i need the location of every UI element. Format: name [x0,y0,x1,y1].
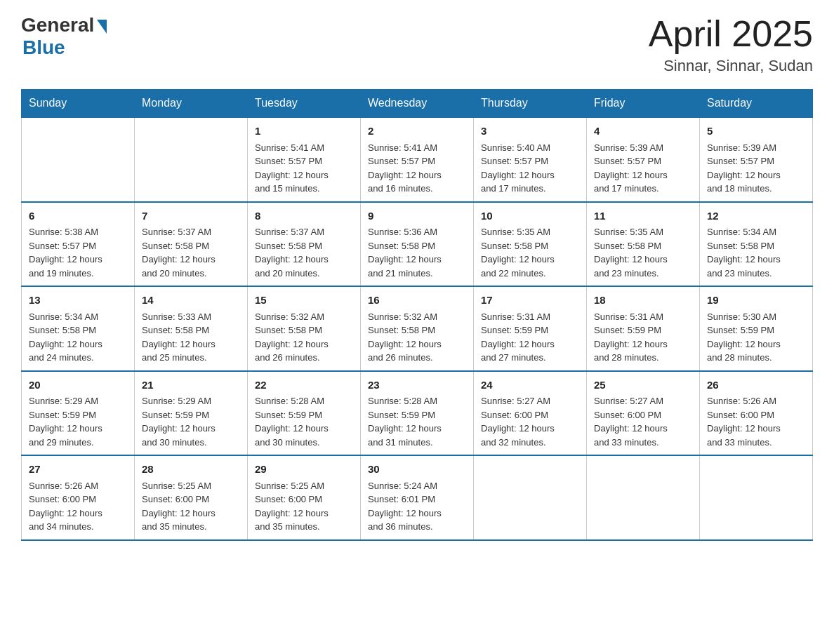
calendar-cell: 17Sunrise: 5:31 AM Sunset: 5:59 PM Dayli… [474,286,587,371]
day-info: Sunrise: 5:41 AM Sunset: 5:57 PM Dayligh… [255,141,353,196]
weekday-header: Sunday [22,90,135,118]
day-info: Sunrise: 5:34 AM Sunset: 5:58 PM Dayligh… [29,310,127,365]
month-title: April 2025 [649,14,813,54]
weekday-header: Friday [587,90,700,118]
day-info: Sunrise: 5:35 AM Sunset: 5:58 PM Dayligh… [481,225,579,280]
calendar-cell [700,455,813,540]
day-info: Sunrise: 5:28 AM Sunset: 5:59 PM Dayligh… [368,394,466,449]
day-info: Sunrise: 5:36 AM Sunset: 5:58 PM Dayligh… [368,225,466,280]
calendar-cell: 7Sunrise: 5:37 AM Sunset: 5:58 PM Daylig… [135,202,248,287]
day-info: Sunrise: 5:39 AM Sunset: 5:57 PM Dayligh… [594,141,692,196]
weekday-header: Saturday [700,90,813,118]
day-info: Sunrise: 5:26 AM Sunset: 6:00 PM Dayligh… [29,479,127,534]
day-number: 13 [29,293,127,309]
day-info: Sunrise: 5:33 AM Sunset: 5:58 PM Dayligh… [142,310,240,365]
logo-blue-text: Blue [22,36,65,59]
calendar-cell: 30Sunrise: 5:24 AM Sunset: 6:01 PM Dayli… [361,455,474,540]
day-info: Sunrise: 5:35 AM Sunset: 5:58 PM Dayligh… [594,225,692,280]
day-number: 10 [481,208,579,224]
day-info: Sunrise: 5:32 AM Sunset: 5:58 PM Dayligh… [255,310,353,365]
calendar-week-row: 1Sunrise: 5:41 AM Sunset: 5:57 PM Daylig… [22,117,813,202]
day-info: Sunrise: 5:40 AM Sunset: 5:57 PM Dayligh… [481,141,579,196]
day-info: Sunrise: 5:38 AM Sunset: 5:57 PM Dayligh… [29,225,127,280]
calendar-cell [135,117,248,202]
day-info: Sunrise: 5:31 AM Sunset: 5:59 PM Dayligh… [594,310,692,365]
day-number: 23 [368,377,466,394]
day-info: Sunrise: 5:37 AM Sunset: 5:58 PM Dayligh… [142,225,240,280]
day-number: 4 [594,123,692,140]
logo: General Blue [21,14,107,59]
day-number: 7 [142,208,240,224]
calendar-cell: 10Sunrise: 5:35 AM Sunset: 5:58 PM Dayli… [474,202,587,287]
day-number: 9 [368,208,466,224]
day-number: 26 [707,377,805,394]
day-info: Sunrise: 5:28 AM Sunset: 5:59 PM Dayligh… [255,394,353,449]
calendar-cell: 19Sunrise: 5:30 AM Sunset: 5:59 PM Dayli… [700,286,813,371]
calendar-week-row: 27Sunrise: 5:26 AM Sunset: 6:00 PM Dayli… [22,455,813,540]
calendar-cell [474,455,587,540]
calendar-cell: 20Sunrise: 5:29 AM Sunset: 5:59 PM Dayli… [22,371,135,456]
calendar-header-row: SundayMondayTuesdayWednesdayThursdayFrid… [22,90,813,118]
calendar-cell: 29Sunrise: 5:25 AM Sunset: 6:00 PM Dayli… [248,455,361,540]
calendar-cell: 8Sunrise: 5:37 AM Sunset: 5:58 PM Daylig… [248,202,361,287]
day-number: 1 [255,123,353,140]
weekday-header: Thursday [474,90,587,118]
day-number: 11 [594,208,692,224]
calendar-cell: 18Sunrise: 5:31 AM Sunset: 5:59 PM Dayli… [587,286,700,371]
calendar-cell: 2Sunrise: 5:41 AM Sunset: 5:57 PM Daylig… [361,117,474,202]
calendar-cell: 14Sunrise: 5:33 AM Sunset: 5:58 PM Dayli… [135,286,248,371]
day-info: Sunrise: 5:41 AM Sunset: 5:57 PM Dayligh… [368,141,466,196]
weekday-header: Wednesday [361,90,474,118]
weekday-header: Tuesday [248,90,361,118]
day-number: 25 [594,377,692,394]
day-info: Sunrise: 5:32 AM Sunset: 5:58 PM Dayligh… [368,310,466,365]
calendar-cell: 23Sunrise: 5:28 AM Sunset: 5:59 PM Dayli… [361,371,474,456]
day-info: Sunrise: 5:25 AM Sunset: 6:00 PM Dayligh… [255,479,353,534]
calendar-cell: 4Sunrise: 5:39 AM Sunset: 5:57 PM Daylig… [587,117,700,202]
day-number: 6 [29,208,127,224]
calendar-cell: 11Sunrise: 5:35 AM Sunset: 5:58 PM Dayli… [587,202,700,287]
calendar-cell: 6Sunrise: 5:38 AM Sunset: 5:57 PM Daylig… [22,202,135,287]
calendar-cell: 9Sunrise: 5:36 AM Sunset: 5:58 PM Daylig… [361,202,474,287]
weekday-header: Monday [135,90,248,118]
calendar-week-row: 6Sunrise: 5:38 AM Sunset: 5:57 PM Daylig… [22,202,813,287]
calendar-cell: 15Sunrise: 5:32 AM Sunset: 5:58 PM Dayli… [248,286,361,371]
day-number: 28 [142,462,240,478]
calendar-table: SundayMondayTuesdayWednesdayThursdayFrid… [21,89,813,541]
day-number: 3 [481,123,579,140]
day-number: 2 [368,123,466,140]
day-number: 17 [481,293,579,309]
day-info: Sunrise: 5:25 AM Sunset: 6:00 PM Dayligh… [142,479,240,534]
calendar-cell: 25Sunrise: 5:27 AM Sunset: 6:00 PM Dayli… [587,371,700,456]
day-number: 20 [29,377,127,394]
day-number: 15 [255,293,353,309]
page-header: General Blue April 2025 Sinnar, Sinnar, … [21,14,813,75]
calendar-cell: 1Sunrise: 5:41 AM Sunset: 5:57 PM Daylig… [248,117,361,202]
calendar-cell: 26Sunrise: 5:26 AM Sunset: 6:00 PM Dayli… [700,371,813,456]
day-number: 8 [255,208,353,224]
day-number: 14 [142,293,240,309]
logo-general-text: General [21,14,94,36]
location-subtitle: Sinnar, Sinnar, Sudan [649,57,813,75]
day-number: 24 [481,377,579,394]
calendar-cell: 16Sunrise: 5:32 AM Sunset: 5:58 PM Dayli… [361,286,474,371]
day-number: 19 [707,293,805,309]
day-info: Sunrise: 5:24 AM Sunset: 6:01 PM Dayligh… [368,479,466,534]
day-info: Sunrise: 5:29 AM Sunset: 5:59 PM Dayligh… [142,394,240,449]
day-info: Sunrise: 5:37 AM Sunset: 5:58 PM Dayligh… [255,225,353,280]
day-number: 27 [29,462,127,478]
calendar-cell: 13Sunrise: 5:34 AM Sunset: 5:58 PM Dayli… [22,286,135,371]
calendar-cell: 27Sunrise: 5:26 AM Sunset: 6:00 PM Dayli… [22,455,135,540]
day-info: Sunrise: 5:29 AM Sunset: 5:59 PM Dayligh… [29,394,127,449]
calendar-cell [22,117,135,202]
calendar-cell: 22Sunrise: 5:28 AM Sunset: 5:59 PM Dayli… [248,371,361,456]
day-info: Sunrise: 5:39 AM Sunset: 5:57 PM Dayligh… [707,141,805,196]
logo-arrow-icon [97,20,107,34]
calendar-cell: 24Sunrise: 5:27 AM Sunset: 6:00 PM Dayli… [474,371,587,456]
calendar-cell [587,455,700,540]
day-info: Sunrise: 5:31 AM Sunset: 5:59 PM Dayligh… [481,310,579,365]
calendar-cell: 28Sunrise: 5:25 AM Sunset: 6:00 PM Dayli… [135,455,248,540]
calendar-cell: 3Sunrise: 5:40 AM Sunset: 5:57 PM Daylig… [474,117,587,202]
day-number: 12 [707,208,805,224]
day-info: Sunrise: 5:30 AM Sunset: 5:59 PM Dayligh… [707,310,805,365]
